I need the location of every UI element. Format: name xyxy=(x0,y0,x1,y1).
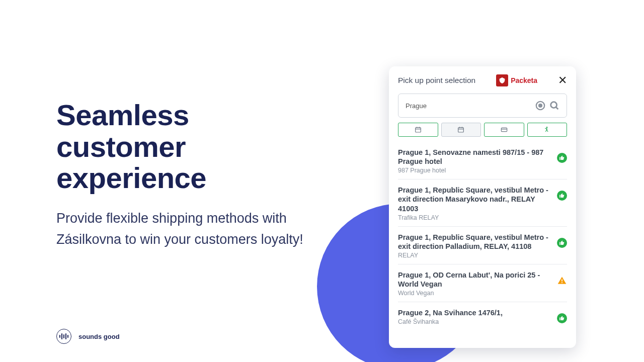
subheadline: Provide flexible shipping methods with Z… xyxy=(56,208,318,250)
svg-point-2 xyxy=(551,102,557,108)
pickup-subtitle: World Vegan xyxy=(398,290,552,297)
badge-label: sounds good xyxy=(78,333,120,340)
svg-rect-4 xyxy=(415,128,421,132)
svg-point-14 xyxy=(546,127,548,128)
headline: Seamless customer experience xyxy=(56,100,318,194)
packeta-icon xyxy=(496,74,508,86)
pickup-title: Prague 1, Republic Square, vestibul Metr… xyxy=(398,233,552,251)
pickup-point-row[interactable]: Prague 2, Na Svihance 1476/1,Café Švihan… xyxy=(398,302,567,330)
packeta-brand: Packeta xyxy=(496,74,537,86)
pickup-title: Prague 1, OD Cerna Labut', Na porici 25 … xyxy=(398,270,552,289)
panel-title: Pick up point selection xyxy=(398,76,475,85)
status-ok-icon xyxy=(557,191,567,201)
marketing-copy: Seamless customer experience Provide fle… xyxy=(56,100,318,250)
filter-calendar-2[interactable] xyxy=(441,123,481,137)
close-icon[interactable]: ✕ xyxy=(558,75,567,86)
pickup-point-row[interactable]: Prague 1, Republic Square, vestibul Metr… xyxy=(398,226,567,264)
pickup-subtitle: Café Švihanka xyxy=(398,318,552,325)
search-input[interactable] xyxy=(406,102,533,110)
search-icon[interactable] xyxy=(547,99,561,113)
pickup-title: Prague 2, Na Svihance 1476/1, xyxy=(398,308,552,317)
pickup-subtitle: 987 Prague hotel xyxy=(398,167,552,174)
svg-rect-12 xyxy=(501,128,507,131)
pickup-subtitle: RELAY xyxy=(398,252,552,259)
packeta-brand-text: Packeta xyxy=(511,76,537,84)
filter-accessible[interactable] xyxy=(527,123,568,137)
pickup-point-row[interactable]: Prague 1, Republic Square, vestibul Metr… xyxy=(398,179,567,226)
pickup-point-row[interactable]: Prague 1, Senovazne namesti 987/15 - 987… xyxy=(398,142,567,179)
svg-line-3 xyxy=(556,107,558,109)
locate-icon[interactable] xyxy=(533,99,547,113)
pickup-title: Prague 1, Senovazne namesti 987/15 - 987… xyxy=(398,148,552,166)
status-ok-icon xyxy=(557,313,567,323)
pickup-point-widget: Pick up point selection Packeta ✕ Prague… xyxy=(389,66,576,348)
filter-card[interactable] xyxy=(484,123,524,137)
pickup-subtitle: Trafika RELAY xyxy=(398,214,552,221)
status-ok-icon xyxy=(557,238,567,248)
soundwave-icon xyxy=(56,329,71,344)
status-ok-icon xyxy=(557,153,567,163)
sounds-good-badge: sounds good xyxy=(56,329,120,344)
svg-point-1 xyxy=(539,104,542,107)
filter-calendar[interactable] xyxy=(398,123,438,137)
status-warning-icon xyxy=(557,276,567,286)
pickup-title: Prague 1, Republic Square, vestibul Metr… xyxy=(398,186,552,213)
svg-rect-8 xyxy=(458,128,464,132)
search-field[interactable] xyxy=(398,94,567,118)
pickup-point-row[interactable]: Prague 1, OD Cerna Labut', Na porici 25 … xyxy=(398,264,567,302)
